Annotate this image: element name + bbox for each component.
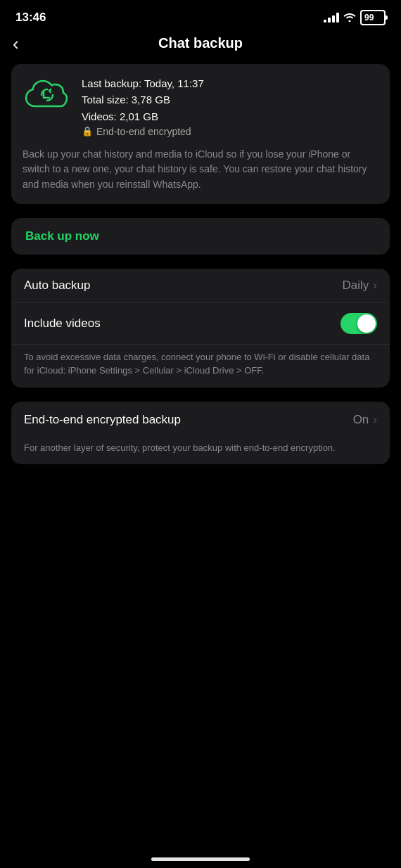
back-up-now-button[interactable]: Back up now bbox=[25, 229, 99, 243]
e2e-row[interactable]: End-to-end encrypted backup On › bbox=[11, 402, 390, 438]
nav-header: ‹ Chat backup bbox=[0, 31, 401, 64]
e2e-card: End-to-end encrypted backup On › For ano… bbox=[11, 402, 390, 465]
videos-size: Videos: 2,01 GB bbox=[82, 108, 378, 125]
battery-icon: 99 bbox=[360, 10, 386, 25]
signal-icon bbox=[324, 13, 339, 23]
backup-details: Last backup: Today, 11:37 Total size: 3,… bbox=[82, 75, 378, 137]
include-videos-row: Include videos bbox=[11, 303, 390, 345]
settings-note: To avoid excessive data charges, connect… bbox=[11, 345, 390, 388]
auto-backup-label: Auto backup bbox=[24, 279, 91, 293]
auto-backup-value: Daily bbox=[343, 279, 369, 293]
toggle-knob bbox=[357, 314, 376, 333]
auto-backup-value-row: Daily › bbox=[343, 279, 377, 293]
status-icons: 99 bbox=[324, 10, 386, 25]
include-videos-toggle[interactable] bbox=[340, 313, 377, 334]
e2e-label: End-to-end encrypted backup bbox=[24, 413, 181, 427]
cloud-icon bbox=[23, 75, 72, 117]
e2e-chevron-icon: › bbox=[373, 413, 377, 427]
status-time: 13:46 bbox=[15, 11, 46, 25]
back-up-now-card[interactable]: Back up now bbox=[11, 218, 390, 255]
encrypted-line: 🔒 End-to-end encrypted bbox=[82, 126, 378, 137]
encrypted-text: End-to-end encrypted bbox=[96, 126, 191, 137]
e2e-value-row: On › bbox=[353, 413, 377, 427]
page-title: Chat backup bbox=[158, 35, 243, 51]
e2e-value: On bbox=[353, 413, 369, 427]
status-bar: 13:46 99 bbox=[0, 0, 401, 31]
backup-description: Back up your chat history and media to i… bbox=[23, 147, 378, 193]
backup-info-top: Last backup: Today, 11:37 Total size: 3,… bbox=[23, 75, 378, 137]
auto-backup-row[interactable]: Auto backup Daily › bbox=[11, 269, 390, 303]
e2e-note: For another layer of security, protect y… bbox=[11, 438, 390, 465]
total-size: Total size: 3,78 GB bbox=[82, 91, 378, 108]
settings-card: Auto backup Daily › Include videos To av… bbox=[11, 269, 390, 388]
include-videos-label: Include videos bbox=[24, 317, 101, 331]
chevron-right-icon: › bbox=[373, 279, 377, 293]
wifi-icon bbox=[343, 12, 356, 24]
backup-info-card: Last backup: Today, 11:37 Total size: 3,… bbox=[11, 64, 390, 204]
lock-icon: 🔒 bbox=[82, 126, 93, 136]
back-button[interactable]: ‹ bbox=[13, 34, 19, 53]
last-backup: Last backup: Today, 11:37 bbox=[82, 75, 378, 91]
main-content: Last backup: Today, 11:37 Total size: 3,… bbox=[0, 64, 401, 464]
home-indicator bbox=[151, 857, 250, 861]
